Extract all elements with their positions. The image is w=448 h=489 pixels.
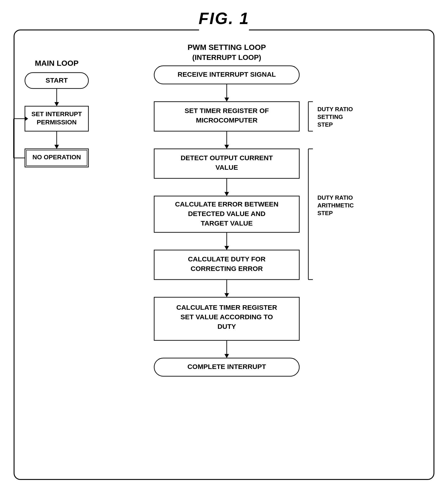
- outer-border: [14, 30, 434, 480]
- page-title: FIG. 1: [0, 0, 448, 28]
